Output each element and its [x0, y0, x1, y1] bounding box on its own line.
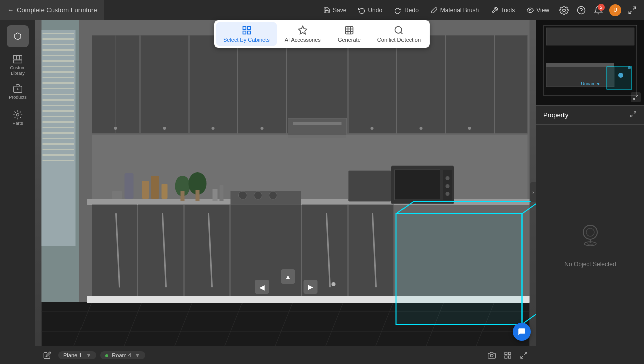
ai-accessories-button[interactable]: AI Accessories — [278, 22, 328, 46]
avatar: U — [609, 4, 621, 16]
material-brush-button[interactable]: Material Brush — [426, 5, 484, 16]
svg-line-155 — [634, 112, 636, 114]
edit-icon — [43, 351, 51, 359]
svg-point-83 — [254, 191, 262, 199]
panel-collapse-button[interactable]: › — [530, 182, 536, 202]
svg-rect-99 — [162, 184, 168, 199]
minimap-expand-button[interactable] — [631, 92, 641, 102]
no-object-text: No Object Selected — [564, 261, 616, 268]
svg-rect-57 — [141, 35, 189, 133]
svg-marker-10 — [298, 26, 307, 34]
svg-point-69 — [420, 127, 423, 130]
svg-point-82 — [239, 191, 247, 199]
svg-rect-141 — [508, 356, 511, 358]
svg-rect-21 — [14, 60, 22, 63]
plane-selector[interactable]: Plane 1 ▼ — [58, 351, 96, 359]
svg-rect-139 — [508, 352, 511, 355]
bottom-right-actions — [485, 348, 531, 362]
svg-rect-47 — [43, 127, 74, 128]
svg-rect-98 — [151, 176, 159, 199]
svg-rect-51 — [43, 149, 74, 150]
left-sidebar: ⬡ CustomLibrary Products Parts — [0, 20, 35, 364]
svg-point-157 — [583, 225, 597, 239]
chat-button[interactable] — [513, 323, 531, 341]
svg-rect-31 — [43, 38, 74, 40]
sidebar-item-products[interactable]: Products — [4, 79, 32, 104]
tools-button[interactable]: Tools — [486, 5, 520, 16]
notification-button[interactable]: 2 — [591, 3, 606, 18]
help-button[interactable] — [574, 3, 589, 18]
svg-point-158 — [586, 228, 594, 236]
svg-line-156 — [631, 115, 633, 117]
svg-rect-53 — [43, 160, 74, 161]
svg-rect-105 — [220, 185, 224, 201]
svg-line-17 — [401, 32, 403, 34]
minimap[interactable]: Unnamed — [536, 20, 644, 106]
svg-point-56 — [114, 127, 117, 130]
svg-rect-33 — [43, 49, 74, 51]
svg-rect-107 — [112, 191, 122, 199]
svg-rect-54 — [92, 35, 140, 133]
header-actions: Save Undo Redo Material Brush Tools View — [314, 3, 644, 18]
settings-icon — [559, 6, 569, 15]
svg-point-95 — [446, 192, 450, 196]
svg-rect-138 — [505, 352, 507, 355]
svg-point-60 — [212, 127, 215, 130]
property-panel: Property No Object Selected — [536, 106, 644, 364]
edit-button[interactable] — [40, 348, 54, 362]
app-title: Complete Custom Furniture — [17, 6, 97, 14]
sidebar-label: Parts — [12, 121, 23, 126]
property-header: Property — [536, 106, 644, 125]
svg-point-25 — [17, 114, 19, 116]
expand-icon — [633, 94, 639, 100]
sidebar-item-parts[interactable]: Parts — [4, 106, 32, 130]
fullscreen-icon — [628, 6, 637, 15]
select-by-cabinets-button[interactable]: Select by Cabinets — [216, 22, 277, 46]
svg-rect-106 — [125, 173, 134, 199]
svg-point-93 — [446, 176, 450, 180]
svg-point-67 — [371, 127, 374, 130]
settings-button[interactable] — [556, 3, 572, 18]
svg-point-0 — [529, 9, 531, 11]
sidebar-label: CustomLibrary — [10, 65, 25, 76]
svg-rect-19 — [17, 56, 20, 60]
roam-status-dot — [105, 354, 108, 357]
sidebar-logo[interactable]: ⬡ — [7, 25, 29, 47]
viewport[interactable]: ◀ ▲ ▶ — [35, 20, 536, 364]
fullscreen-view-button[interactable] — [517, 348, 531, 362]
svg-rect-146 — [546, 28, 634, 45]
grid-view-button[interactable] — [501, 348, 515, 362]
sidebar-item-custom-library[interactable]: CustomLibrary — [4, 53, 32, 77]
svg-rect-46 — [43, 121, 74, 123]
generate-button[interactable]: Generate — [329, 22, 369, 46]
svg-rect-140 — [505, 356, 507, 358]
undo-button[interactable]: Undo — [353, 5, 387, 16]
camera-button[interactable] — [485, 348, 499, 362]
conflict-detection-button[interactable]: Conflict Detection — [370, 22, 428, 46]
view-button[interactable]: View — [522, 5, 554, 16]
svg-point-136 — [332, 282, 336, 286]
save-button[interactable]: Save — [318, 5, 351, 16]
svg-point-1 — [563, 9, 566, 11]
svg-rect-59 — [190, 35, 237, 133]
svg-rect-6 — [243, 27, 246, 30]
back-button[interactable]: ← Complete Custom Furniture — [0, 0, 104, 20]
redo-button[interactable]: Redo — [389, 5, 424, 16]
kitchen-scene[interactable]: ◀ ▲ ▶ — [35, 20, 536, 364]
right-panel: › Unnamed — [536, 20, 644, 364]
svg-point-152 — [628, 66, 631, 69]
svg-point-16 — [395, 27, 401, 33]
svg-text:Unnamed: Unnamed — [581, 81, 600, 86]
back-icon: ← — [7, 6, 14, 14]
svg-point-71 — [468, 127, 471, 130]
avatar-button[interactable]: U — [608, 3, 623, 18]
svg-rect-36 — [43, 66, 74, 67]
fullscreen-button[interactable] — [625, 3, 640, 18]
svg-rect-44 — [43, 110, 74, 112]
svg-line-142 — [524, 352, 527, 355]
roam-selector[interactable]: Roam 4 ▼ — [100, 351, 145, 359]
svg-rect-68 — [397, 35, 445, 133]
svg-point-94 — [446, 184, 450, 188]
property-expand-button[interactable] — [630, 111, 637, 119]
toolbar: Select by Cabinets AI Accessories Genera… — [214, 20, 430, 48]
